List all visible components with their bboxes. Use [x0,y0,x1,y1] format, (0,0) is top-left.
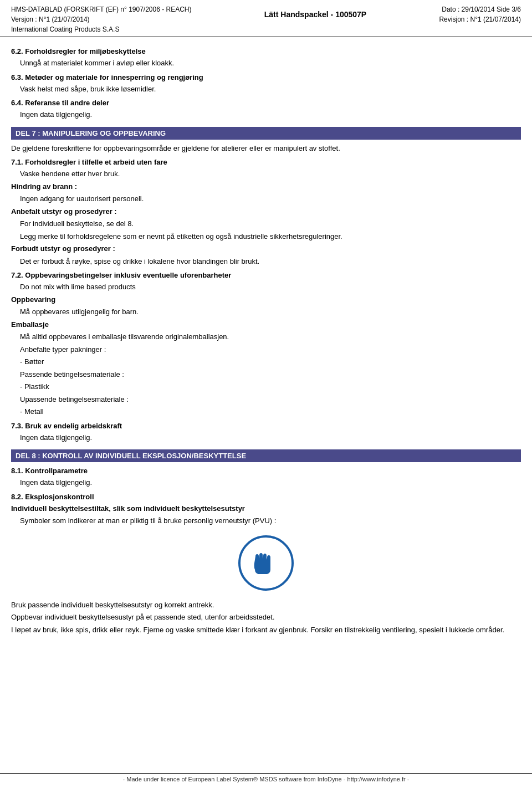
s82-text: Symboler som indikerer at man er pliktig… [20,515,521,526]
s73-text: Ingen data tilgjengelig. [20,432,521,443]
hindring-label-bold: Hindring av brann : [11,182,77,191]
bruk-text: Bruk passende individuelt beskyttelsesut… [11,600,521,611]
header-date: Dato : 29/10/2014 Side 3/6 [439,4,521,14]
s72-text: Do not mix with lime based products [20,282,521,293]
s72-title: 7.2. Oppbevaringsbetingelser inklusiv ev… [11,271,521,279]
forbudt-text: Det er forbudt å røyke, spise og drikke … [20,256,521,267]
plastikk-text: - Plastikk [20,381,521,392]
sec7-intro: De gjeldene foreskriftene for oppbevarin… [11,143,521,154]
anbefalt-label: Anbefalt utstyr og prosedyrer : [11,206,521,217]
hindring-label: Hindring av brann : [11,181,521,192]
ilopet-text: I løpet av bruk, ikke spis, drikk eller … [11,625,521,636]
header-company: International Coating Products S.A.S [11,24,192,34]
s64-title: 6.4. Referanse til andre deler [11,99,521,107]
s71-text: Vaske hendene etter hver bruk. [20,168,521,180]
s63-title: 6.3. Metøder og materiale for innesperri… [11,73,521,81]
header-title: HMS-DATABLAD (FORSKRIFT (EF) n° 1907/200… [11,4,192,14]
botter-text: - Bøtter [20,356,521,367]
anbefalt-text1: For individuell beskyttelse, se del 8. [20,218,521,229]
anbefalt-text2: Legg merke til forholdsregelene som er n… [20,231,521,242]
page-header: HMS-DATABLAD (FORSKRIFT (EF) n° 1907/200… [0,0,532,37]
page-footer: - Made under licence of European Label S… [0,773,532,782]
s73-title: 7.3. Bruk av endelig arbeidskraft [11,422,521,430]
emballasje-label-bold: Emballasje [11,320,49,329]
oppbevar-text: Oppbevar individuelt beskyttelsesustyr p… [11,612,521,623]
emballasje-text1: Må alltid oppbevares i emballasje tilsva… [20,331,521,342]
header-right: Dato : 29/10/2014 Side 3/6 Revisjon : N°… [439,4,521,24]
s82-title: 8.2. Eksplosjonskontroll [11,493,521,501]
passende-label: Passende betingelsesmateriale : [20,369,521,380]
s71-title: 7.1. Forholdsregler i tilfelle et arbeid… [11,158,521,166]
page-wrapper: HMS-DATABLAD (FORSKRIFT (EF) n° 1907/200… [0,0,532,788]
upassende-label: Upassende betingelsesmateriale : [20,394,521,405]
gloves-icon-container [11,535,521,591]
header-revision: Revisjon : N°1 (21/07/2014) [439,14,521,24]
metall-text: - Metall [20,406,521,417]
main-content: 6.2. Forholdsregler for miljøbeskyttelse… [0,37,532,659]
forbudt-label: Forbudt utstyr og prosedyrer : [11,243,521,254]
oppbevaring-text: Må oppbevares utilgjengelig for barn. [20,306,521,318]
sec8-header: DEL 8 : KONTROLL AV INDIVIDUELL EKSPLOSJ… [11,449,521,462]
gloves-icon [249,546,283,580]
s62-title: 6.2. Forholdsregler for miljøbeskyttelse [11,47,521,55]
s81-title: 8.1. Kontrollparametre [11,467,521,475]
gloves-circle [238,535,294,591]
oppbevaring-label: Oppbevaring [11,294,521,305]
header-left: HMS-DATABLAD (FORSKRIFT (EF) n° 1907/200… [11,4,192,34]
hindring-text: Ingen adgang for uautorisert personell. [20,193,521,204]
s81-text: Ingen data tilgjengelig. [20,477,521,488]
s63-text: Vask helst med såpe, bruk ikke løsemidle… [20,84,521,95]
emballasje-label: Emballasje [11,319,521,330]
anbefalt-label-bold: Anbefalt utstyr og prosedyrer : [11,207,117,216]
footer-text: - Made under licence of European Label S… [123,776,410,782]
sec7-header: DEL 7 : MANIPULERING OG OPPBEVARING [11,127,521,140]
header-version: Versjon : N°1 (21/07/2014) [11,14,192,24]
anbefalte-label: Anbefalte typer pakninger : [20,344,521,355]
header-product-title: Lätt Handspackel - 100507P [192,4,439,19]
forbudt-label-bold: Forbudt utstyr og prosedyrer : [11,244,115,253]
oppbevaring-label-bold: Oppbevaring [11,295,55,304]
s62-text: Unngå at materialet kommer i avløp eller… [20,58,521,69]
s82-bold: Individuell beskyttelsestiltak, slik som… [11,503,521,514]
s64-text: Ingen data tilgjengelig. [20,109,521,120]
